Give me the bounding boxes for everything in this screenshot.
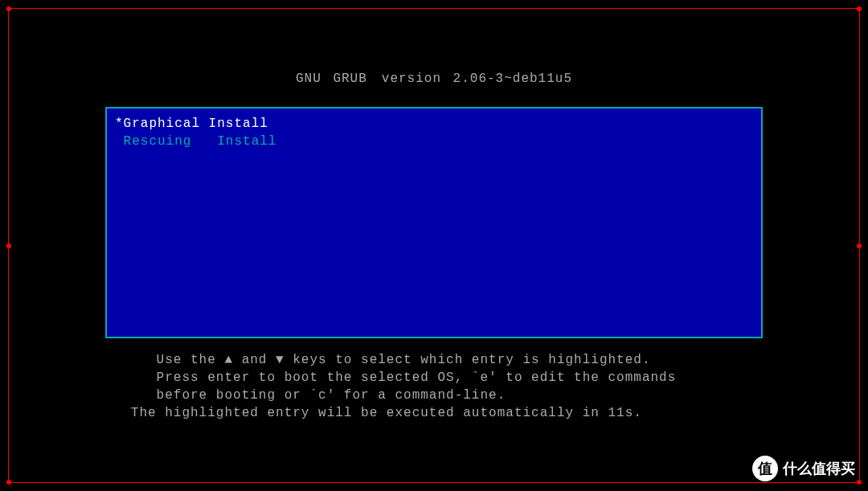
handle-dot [857,480,862,485]
watermark-text: 什么值得买 [783,459,855,478]
grub-product: GNU GRUB [296,72,367,86]
menu-entry-rescuing-install[interactable]: Rescuing Install [112,133,756,150]
handle-dot [6,480,11,485]
grub-help-text: Use the ▲ and ▼ keys to select which ent… [105,351,763,422]
watermark: 值 什么值得买 [752,456,855,481]
handle-dot [857,6,862,11]
help-line: The highlighted entry will be executed a… [105,404,763,422]
help-line: before booting or `c' for a command-line… [105,387,763,404]
menu-entry-graphical-install[interactable]: *Graphical Install [112,115,756,133]
handle-dot [857,243,862,248]
grub-header: GNU GRUBversion 2.06-3~deb11u5 [9,9,859,86]
help-line: Use the ▲ and ▼ keys to select which ent… [105,351,763,369]
grub-version: version 2.06-3~deb11u5 [382,72,572,86]
grub-menu-box[interactable]: *Graphical Install Rescuing Install [105,107,763,338]
handle-dot [6,6,11,11]
selection-frame: GNU GRUBversion 2.06-3~deb11u5 *Graphica… [8,8,860,483]
handle-dot [6,243,11,248]
watermark-badge-icon: 值 [752,456,778,481]
help-line: Press enter to boot the selected OS, `e'… [105,369,763,387]
